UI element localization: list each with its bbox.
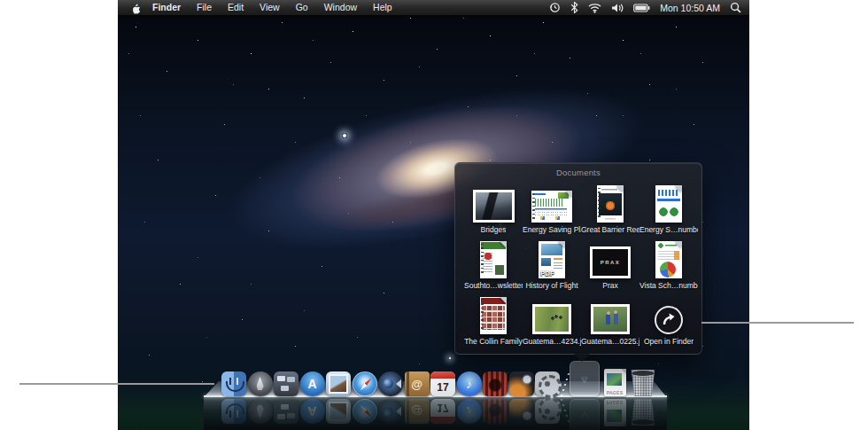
stack-item-label: Southto…wsletter	[464, 281, 523, 290]
volume-icon[interactable]	[611, 3, 624, 13]
dock-icon-mission-control[interactable]	[274, 371, 298, 396]
dock-icon-launchpad[interactable]	[248, 371, 273, 396]
stack-item-energy-saving-plan[interactable]: Energy Saving Plan	[523, 179, 581, 235]
open-in-finder-icon	[655, 306, 683, 334]
stack-item-guatemala-0225[interactable]: Guatema…0225.jpg	[581, 291, 639, 347]
photo-thumbnail	[591, 304, 630, 334]
dock-icon-pages-document[interactable]: PAGES	[604, 369, 626, 396]
time-machine-icon[interactable]	[549, 2, 561, 13]
menu-bar-clock[interactable]: Mon 10:50 AM	[660, 3, 720, 13]
dock-icon-facetime[interactable]	[378, 371, 403, 396]
stack-open-arrow-icon: ▼	[579, 372, 590, 385]
stack-item-open-in-finder[interactable]: Open in Finder	[639, 291, 698, 347]
menu-bar: Finder File Edit View Go Window Help	[118, 0, 749, 15]
menu-item-finder[interactable]: Finder	[144, 0, 189, 15]
stack-item-label: Vista Sch…numbers	[639, 281, 698, 290]
dock-row: A @ 17 ♪ ▼	[221, 361, 656, 396]
apple-logo-icon	[129, 2, 141, 14]
stack-item-label: Guatema…0225.jpg	[581, 337, 639, 346]
menu-item-go[interactable]: Go	[288, 0, 316, 15]
photo-thumbnail	[473, 190, 515, 223]
dock-icon-itunes[interactable]: ♪	[457, 371, 482, 396]
stack-item-label: Open in Finder	[644, 337, 694, 346]
menu-item-window[interactable]: Window	[316, 0, 365, 15]
pages-thumbnail	[480, 297, 507, 334]
pdf-thumbnail: PDF	[539, 241, 565, 278]
pages-thumbnail	[480, 241, 507, 278]
stack-item-label: Bridges	[481, 225, 507, 234]
stack-item-label: Energy Saving Plan	[523, 225, 581, 234]
apple-menu[interactable]	[126, 2, 144, 14]
stack-grid: Bridges Energy Saving Plan Great Barrier…	[464, 179, 693, 347]
dock-icon-address-book[interactable]: @	[405, 371, 430, 396]
menu-item-help[interactable]: Help	[365, 0, 400, 15]
stack-item-bridges[interactable]: Bridges	[464, 179, 523, 235]
dock-icon-finder[interactable]	[221, 371, 246, 396]
prax-thumb-text: PRAX	[601, 260, 621, 265]
stack-item-southtown-newsletter[interactable]: Southto…wsletter	[464, 235, 523, 291]
bluetooth-icon[interactable]	[570, 2, 578, 13]
pages-thumbnail	[597, 185, 624, 223]
stack-item-vista-school[interactable]: Vista Sch…numbers	[639, 235, 698, 291]
stack-item-collin-family[interactable]: The Collin Family	[464, 291, 523, 347]
numbers-thumbnail	[655, 185, 682, 223]
dock-icon-mail[interactable]	[326, 371, 351, 396]
dock-icon-system-preferences[interactable]	[535, 371, 560, 396]
callout-line-left	[19, 383, 214, 385]
battery-icon[interactable]	[633, 4, 650, 12]
stack-popup-title: Documents	[455, 163, 701, 177]
stack-item-label: History of Flight	[525, 281, 577, 290]
dock-icon-trash[interactable]	[630, 370, 656, 396]
numbers-thumbnail	[655, 241, 682, 278]
wifi-icon[interactable]	[588, 3, 601, 13]
desktop: Finder File Edit View Go Window Help	[118, 0, 749, 430]
stack-item-prax[interactable]: PRAX Prax	[581, 235, 639, 291]
stack-item-history-of-flight[interactable]: PDF History of Flight	[523, 235, 581, 291]
presentation-thumbnail: PRAX	[590, 246, 631, 278]
pages-doc-label: PAGES	[604, 390, 626, 395]
app-store-glyph: A	[300, 371, 325, 396]
itunes-note-glyph: ♪	[457, 371, 482, 396]
dock-glass-front: A @ 17 ♪ ▼	[204, 397, 667, 430]
popup-tail-pointer	[574, 354, 590, 362]
spotlight-search-icon[interactable]	[730, 2, 741, 13]
dock-documents-stack-open[interactable]: ▼	[570, 361, 600, 396]
stack-item-label: Energy S…numbers	[639, 225, 698, 234]
photo-thumbnail	[532, 304, 571, 334]
pdf-badge: PDF	[540, 270, 554, 278]
menu-item-edit[interactable]: Edit	[220, 0, 252, 15]
address-book-glyph: @	[405, 371, 430, 396]
bright-star	[342, 133, 347, 138]
menu-item-file[interactable]: File	[189, 0, 220, 15]
ical-day: 17	[430, 378, 455, 396]
numbers-thumbnail	[531, 191, 572, 223]
screenshot-page: Finder File Edit View Go Window Help	[0, 0, 868, 430]
stack-item-label: Prax	[602, 281, 617, 290]
dock-icon-photo-booth[interactable]	[483, 371, 508, 396]
stack-item-label: Guatema…4234.jpg	[523, 337, 581, 346]
dock-reflection-fade	[204, 397, 667, 430]
bright-star	[448, 356, 452, 360]
stack-item-great-barrier-reef[interactable]: Great Barrier Reef	[581, 179, 639, 235]
stack-item-energy-sources[interactable]: Energy S…numbers	[639, 179, 698, 235]
dock-icon-app-store[interactable]: A	[300, 371, 325, 396]
menu-bar-status-area: Mon 10:50 AM	[549, 2, 741, 13]
menu-item-view[interactable]: View	[252, 0, 288, 15]
stack-item-label: Great Barrier Reef	[581, 225, 639, 234]
dock-icon-safari[interactable]	[353, 371, 377, 396]
callout-line-right	[701, 322, 854, 324]
stack-item-guatemala-4234[interactable]: Guatema…4234.jpg	[523, 291, 581, 347]
stack-item-label: The Collin Family	[464, 337, 523, 346]
dock-icon-ical[interactable]: 17	[430, 371, 455, 396]
dock-icon-iphoto[interactable]	[509, 371, 534, 396]
documents-stack-popup: Documents Bridges Energy Saving Plan Gre…	[454, 162, 702, 355]
